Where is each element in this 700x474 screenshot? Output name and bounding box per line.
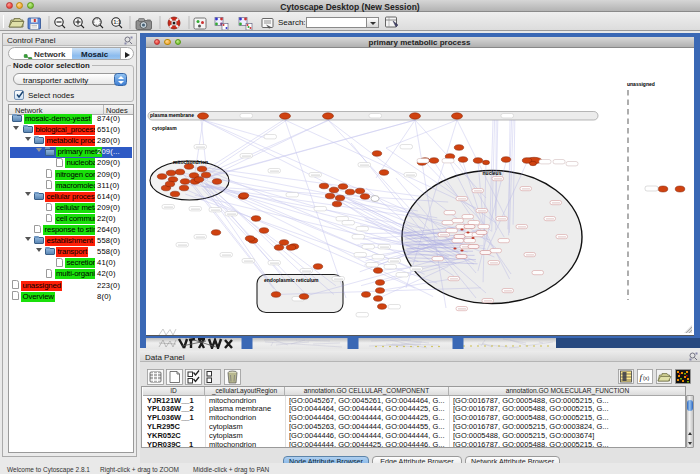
svg-text:mitochondrion: mitochondrion (173, 158, 208, 164)
svg-text:cytoplasm: cytoplasm (152, 124, 177, 130)
svg-text:nucleus: nucleus (482, 169, 501, 175)
svg-text:endoplasmic reticulum: endoplasmic reticulum (264, 276, 319, 282)
svg-text:unassigned: unassigned (627, 81, 655, 87)
svg-text:(x): (x) (643, 375, 650, 381)
svg-text:1:1: 1:1 (114, 19, 121, 25)
svg-text:plasma membrane: plasma membrane (150, 111, 194, 117)
